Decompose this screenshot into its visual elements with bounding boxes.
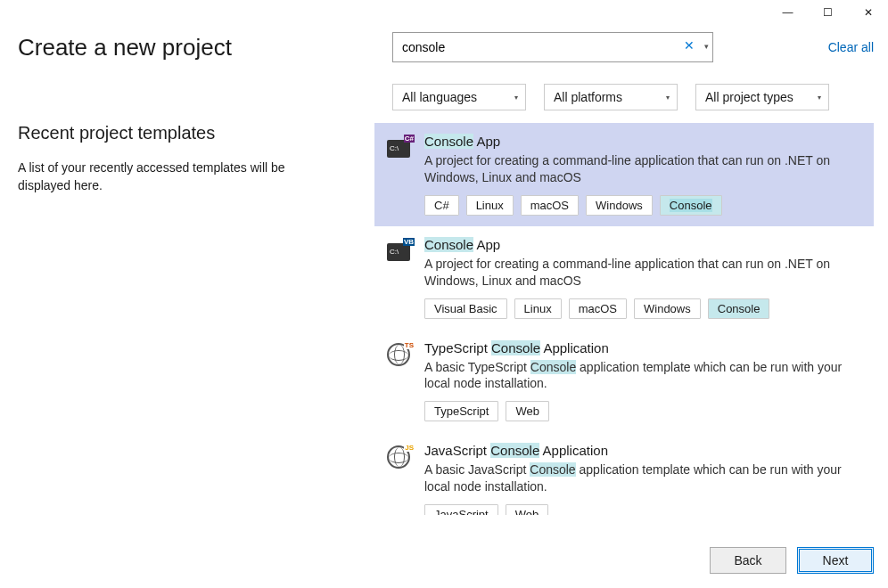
template-item[interactable]: JSJavaScript Console ApplicationA basic …: [374, 432, 874, 515]
language-badge: C#: [404, 135, 415, 143]
template-tag: macOS: [569, 298, 627, 319]
recent-templates-title: Recent project templates: [18, 123, 357, 143]
template-item[interactable]: TSTypeScript Console ApplicationA basic …: [374, 330, 874, 433]
titlebar: — ☐ ✕: [0, 0, 888, 27]
template-tag: JavaScript: [424, 504, 498, 515]
window-maximize-button[interactable]: ☐: [808, 0, 848, 25]
recent-templates-panel: Recent project templates A list of your …: [18, 123, 374, 515]
language-badge: JS: [404, 444, 415, 452]
recent-templates-desc: A list of your recently accessed templat…: [18, 159, 303, 194]
template-tags: JavaScriptWeb: [424, 504, 861, 515]
template-body: Console AppA project for creating a comm…: [424, 134, 861, 216]
template-tags: C#LinuxmacOSWindowsConsole: [424, 195, 861, 216]
page-title: Create a new project: [18, 34, 392, 61]
search-area: ✕ ▾ Clear all: [392, 32, 874, 62]
chevron-down-icon: ▾: [666, 94, 670, 102]
chevron-down-icon: ▾: [514, 94, 518, 102]
template-tag: Console: [660, 195, 722, 216]
template-tag: Visual Basic: [424, 298, 507, 319]
template-tag: Linux: [466, 195, 514, 216]
console-icon: C#: [387, 135, 412, 159]
template-desc: A basic TypeScript Console application t…: [424, 359, 861, 393]
template-tags: Visual BasicLinuxmacOSWindowsConsole: [424, 298, 861, 319]
console-icon: VB: [387, 239, 412, 262]
template-desc: A project for creating a command-line ap…: [424, 152, 861, 186]
search-input[interactable]: [393, 33, 712, 61]
template-body: Console AppA project for creating a comm…: [424, 237, 861, 319]
window-close-button[interactable]: ✕: [848, 0, 888, 25]
template-tag: Windows: [634, 298, 701, 319]
header-row: Create a new project ✕ ▾ Clear all: [0, 27, 888, 62]
filter-platforms[interactable]: All platforms ▾: [544, 84, 678, 110]
template-title: JavaScript Console Application: [424, 443, 861, 458]
template-tag: Windows: [586, 195, 653, 216]
template-body: TypeScript Console ApplicationA basic Ty…: [424, 340, 861, 422]
template-desc: A basic JavaScript Console application t…: [424, 461, 861, 495]
filter-project-types-label: All project types: [705, 90, 793, 104]
filter-project-types[interactable]: All project types ▾: [695, 84, 829, 110]
template-tag: C#: [424, 195, 459, 216]
template-title: Console App: [424, 134, 861, 149]
filters-row: All languages ▾ All platforms ▾ All proj…: [0, 62, 888, 123]
template-item[interactable]: VBConsole AppA project for creating a co…: [374, 226, 874, 330]
search-dropdown-icon[interactable]: ▾: [704, 42, 709, 51]
filter-languages-label: All languages: [402, 90, 477, 104]
template-tag: Linux: [514, 298, 562, 319]
template-body: JavaScript Console ApplicationA basic Ja…: [424, 443, 861, 515]
next-button[interactable]: Next: [797, 547, 874, 574]
chevron-down-icon: ▾: [818, 94, 821, 102]
template-tags: TypeScriptWeb: [424, 401, 861, 421]
template-title: Console App: [424, 237, 861, 252]
template-tag: Web: [506, 504, 549, 515]
language-badge: TS: [404, 341, 415, 349]
template-item[interactable]: C#Console AppA project for creating a co…: [374, 123, 874, 226]
back-button[interactable]: Back: [710, 547, 786, 574]
template-desc: A project for creating a command-line ap…: [424, 256, 861, 290]
globe-icon: TS: [387, 342, 412, 365]
main-content: Recent project templates A list of your …: [0, 123, 888, 515]
footer: Back Next: [710, 547, 874, 574]
window-minimize-button[interactable]: —: [768, 0, 808, 25]
clear-all-link[interactable]: Clear all: [828, 40, 874, 54]
template-tag: macOS: [521, 195, 579, 216]
filter-languages[interactable]: All languages ▾: [392, 84, 526, 110]
language-badge: VB: [403, 238, 415, 246]
template-tag: TypeScript: [424, 401, 498, 421]
template-tag: Console: [708, 298, 770, 319]
search-clear-icon[interactable]: ✕: [684, 38, 695, 53]
search-box[interactable]: ✕ ▾: [392, 32, 713, 62]
filter-platforms-label: All platforms: [554, 90, 622, 104]
template-results: C#Console AppA project for creating a co…: [374, 123, 888, 515]
template-title: TypeScript Console Application: [424, 340, 861, 355]
globe-icon: JS: [387, 445, 412, 468]
template-tag: Web: [506, 401, 549, 421]
